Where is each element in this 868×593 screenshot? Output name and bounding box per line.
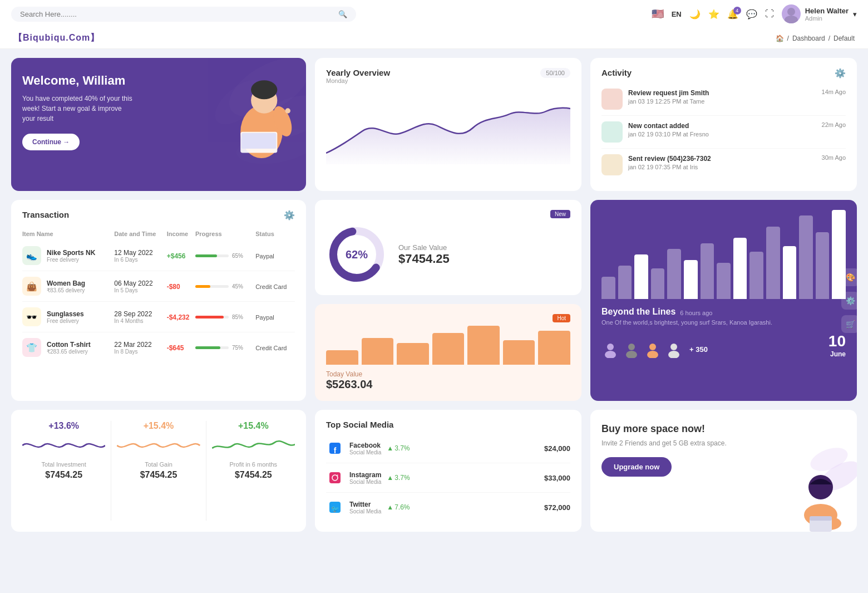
activity-item: New contact added jan 02 19 03:10 PM at …	[601, 116, 846, 149]
item-cell: 👜 Women Bag ₹83.65 delivery	[22, 271, 114, 301]
progress-bar	[195, 285, 229, 288]
donut-percent: 62%	[346, 248, 368, 261]
user-name: Helen Walter	[805, 7, 849, 15]
svg-point-21	[647, 351, 658, 358]
today-bar-item	[432, 333, 465, 365]
avatar-row: + 350	[601, 340, 708, 358]
progress-fill	[195, 346, 220, 349]
bar-col	[799, 215, 813, 299]
svg-text:f: f	[334, 446, 337, 454]
activity-item-time: 14m Ago	[822, 89, 846, 95]
user-profile[interactable]: Helen Walter Admin ▾	[782, 4, 857, 23]
sale-info: Our Sale Value $7454.25	[398, 243, 450, 266]
social-row: f Facebook Social Media ▲3.7% $24,000	[326, 434, 570, 463]
upgrade-illustration	[779, 443, 857, 532]
expand-btn[interactable]: ⛶	[765, 9, 774, 19]
upgrade-button[interactable]: Upgrade now	[601, 457, 672, 477]
date-sub: In 6 Days	[114, 257, 166, 263]
transaction-card: Transaction ⚙️ Item Name Date and Time I…	[11, 200, 306, 401]
social-card: Top Social Media f Facebook Social Media…	[315, 410, 581, 532]
today-bar-item	[538, 331, 570, 365]
stat-value: $7454.25	[140, 470, 177, 480]
cart-btn[interactable]: 🛒	[841, 315, 857, 333]
sale-value-card: New 62% Our Sale Value $7454.25	[315, 200, 581, 295]
flag-icon: 🇺🇸	[652, 8, 664, 20]
main-grid: Welcome, William You have completed 40% …	[0, 49, 868, 541]
progress-wrap: 45%	[195, 283, 255, 290]
table-row: 👕 Cotton T-shirt ₹283.65 delivery 22 Mar…	[22, 332, 295, 363]
message-btn[interactable]: 💬	[746, 9, 757, 19]
stats-items: +13.6% Total Investment $7454.25 +15.4% …	[22, 421, 295, 521]
social-value: $24,000	[544, 444, 570, 453]
mini-avatar-2	[623, 340, 640, 358]
lang-label[interactable]: EN	[672, 10, 682, 18]
date-cell: 12 May 2022	[114, 249, 166, 257]
activity-settings-btn[interactable]: ⚙️	[835, 68, 846, 79]
nav-icons: 🇺🇸 EN 🌙 ⭐ 🔔 4 💬 ⛶ Helen Walter Admin ▾	[652, 4, 857, 23]
social-row: 🐦 Twitter Social Media ▲7.6% $72,000	[326, 493, 570, 522]
mini-avatar-3	[644, 340, 662, 358]
today-value-label: Today Value	[326, 370, 570, 378]
svg-rect-26	[329, 472, 341, 483]
activity-item-title: Review request jim Smith	[628, 89, 709, 97]
progress-bar	[195, 346, 229, 349]
today-value-card: Hot Today Value $5263.04	[315, 304, 581, 401]
search-container: 🔍	[11, 7, 356, 22]
star-btn[interactable]: ⭐	[708, 9, 719, 19]
item-sub: Free delivery	[47, 318, 84, 324]
stats-card: +13.6% Total Investment $7454.25 +15.4% …	[11, 410, 306, 532]
income-value: +$456	[167, 252, 186, 260]
breadcrumb-default[interactable]: Default	[834, 35, 855, 42]
svg-point-23	[668, 351, 679, 358]
date-cell: 22 Mar 2022	[114, 341, 166, 349]
svg-point-16	[607, 344, 614, 350]
svg-point-22	[670, 344, 677, 350]
item-name: Sunglasses	[47, 310, 84, 318]
activity-text: New contact added jan 02 19 03:10 PM at …	[628, 121, 816, 138]
income-value: -$4,232	[167, 313, 190, 321]
activity-thumb	[601, 154, 623, 175]
brand-name: 【Biqubiqu.Com】	[13, 32, 100, 44]
bar-col	[816, 232, 830, 299]
col-progress: Progress	[195, 226, 255, 241]
beyond-card: Beyond the Lines 6 hours ago One Of the …	[590, 200, 857, 401]
transaction-settings-btn[interactable]: ⚙️	[284, 210, 295, 220]
notification-btn[interactable]: 🔔 4	[727, 9, 738, 19]
svg-point-0	[787, 8, 795, 16]
activity-item-title: Sent review (504)236-7302	[628, 155, 711, 163]
today-value-amount: $5263.04	[326, 378, 570, 391]
search-input[interactable]	[20, 10, 334, 18]
dark-mode-btn[interactable]: 🌙	[689, 9, 701, 19]
item-name: Women Bag	[47, 280, 85, 287]
settings-btn[interactable]: ⚙️	[841, 292, 857, 310]
item-sub: ₹283.65 delivery	[47, 349, 91, 355]
activity-header: Activity ⚙️	[601, 68, 846, 79]
social-name: Facebook	[349, 442, 381, 449]
home-icon[interactable]: 🏠	[776, 35, 784, 42]
date-sub: In 8 Days	[114, 349, 166, 355]
progress-label: 85%	[232, 314, 243, 320]
svg-point-1	[785, 16, 798, 23]
yearly-overview-title-wrap: Yearly Overview Monday	[326, 68, 390, 84]
col-income: Income	[167, 226, 195, 241]
stat-wave	[22, 434, 105, 457]
stat-item: +15.4% Total Gain $7454.25	[117, 421, 200, 521]
palette-btn[interactable]: 🎨	[841, 268, 857, 286]
svg-point-13	[285, 108, 290, 113]
social-sub: Social Media	[349, 479, 381, 485]
svg-point-28	[337, 475, 338, 476]
bar-col	[749, 252, 763, 299]
yearly-overview-card: Yearly Overview Monday 50/100	[315, 58, 581, 191]
chevron-down-icon: ▾	[853, 10, 857, 18]
progress-bar	[195, 316, 229, 318]
bar-col	[667, 249, 681, 299]
stat-value: $7454.25	[235, 470, 272, 480]
date-sub: In 5 Days	[114, 287, 166, 293]
status-label: Credit Card	[255, 283, 287, 290]
progress-label: 45%	[232, 283, 243, 290]
stat-item: +13.6% Total Investment $7454.25	[22, 421, 105, 521]
yearly-overview-badge: 50/100	[540, 68, 570, 78]
item-icon: 👜	[22, 277, 41, 296]
breadcrumb-dashboard[interactable]: Dashboard	[792, 35, 825, 42]
sale-value: $7454.25	[398, 252, 450, 266]
